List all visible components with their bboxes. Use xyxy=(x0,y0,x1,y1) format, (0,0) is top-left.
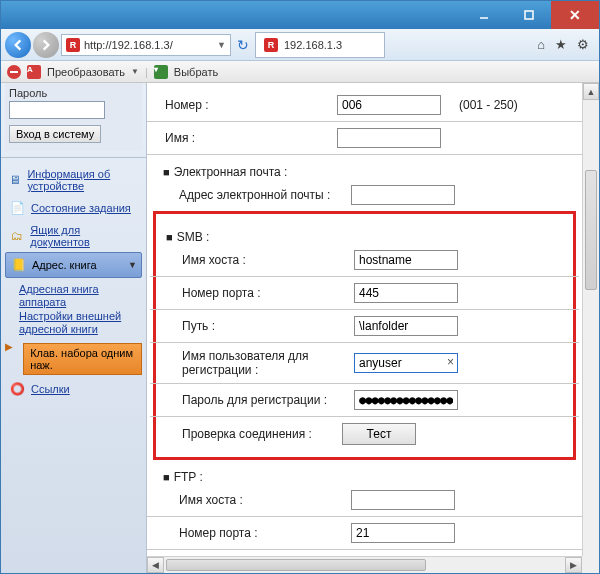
smb-port-input[interactable] xyxy=(354,283,458,303)
number-label: Номер : xyxy=(165,98,337,112)
smb-test-button[interactable]: Тест xyxy=(342,423,416,445)
browser-nav-bar: R http://192.168.1.3/ ▼ ↻ R 192.168.1.3 … xyxy=(1,29,599,61)
docbox-icon: 🗂 xyxy=(9,228,24,244)
email-label: Адрес электронной почты : xyxy=(179,188,351,202)
address-dropdown-icon[interactable]: ▼ xyxy=(217,40,226,50)
password-input[interactable] xyxy=(9,101,105,119)
name-input[interactable] xyxy=(337,128,441,148)
collapse-icon[interactable]: ▼ xyxy=(128,260,137,270)
sublink-onetouch-current[interactable]: Клав. набора одним наж. xyxy=(23,343,142,375)
browser-tab[interactable]: R 192.168.1.3 xyxy=(255,32,385,58)
sidebar-item-label: Состояние задания xyxy=(31,202,131,214)
login-button[interactable]: Вход в систему xyxy=(9,125,101,143)
window-minimize-button[interactable] xyxy=(461,1,506,29)
expand-icon[interactable]: ■ xyxy=(163,166,170,178)
favorites-icon[interactable]: ★ xyxy=(555,37,567,52)
sidebar-item-label: Ящик для документов xyxy=(30,224,138,248)
convert-dropdown-icon[interactable]: ▼ xyxy=(131,67,139,76)
number-hint: (001 - 250) xyxy=(459,98,518,112)
sidebar-item-label: Адрес. книга xyxy=(32,259,97,271)
scroll-thumb-v[interactable] xyxy=(585,170,597,290)
convert-label[interactable]: Преобразовать xyxy=(47,66,125,78)
select-label[interactable]: Выбрать xyxy=(174,66,218,78)
smb-user-input[interactable] xyxy=(354,353,458,373)
horizontal-scrollbar[interactable]: ◀ ▶ xyxy=(147,556,582,573)
sidebar-item-label: Информация об устройстве xyxy=(27,168,138,192)
content-pane: Номер : (001 - 250) Имя : ■ Электронная … xyxy=(147,83,599,573)
expand-icon[interactable]: ■ xyxy=(166,231,173,243)
smb-path-input[interactable] xyxy=(354,316,458,336)
smb-section-header: ■ SMB : xyxy=(166,230,567,244)
email-section-header: ■ Электронная почта : xyxy=(163,165,570,179)
scroll-up-button[interactable]: ▲ xyxy=(583,83,599,100)
address-bar[interactable]: R http://192.168.1.3/ ▼ xyxy=(61,34,231,56)
login-block: Пароль Вход в систему xyxy=(5,83,142,151)
email-input[interactable] xyxy=(351,185,455,205)
ftp-port-input[interactable] xyxy=(351,523,455,543)
expand-icon[interactable]: ■ xyxy=(163,471,170,483)
site-favicon: R xyxy=(66,38,80,52)
refresh-icon[interactable]: ↻ xyxy=(237,37,249,53)
svg-rect-1 xyxy=(525,11,533,19)
status-icon: 📄 xyxy=(9,200,25,216)
sidebar-item-label: Ссылки xyxy=(31,383,70,395)
pdf-toolbar: A Преобразовать ▼ | ▾ Выбрать xyxy=(1,61,599,83)
smb-port-label: Номер порта : xyxy=(182,286,354,300)
pdf-select-icon[interactable]: ▾ xyxy=(154,65,168,79)
links-icon: ⭕ xyxy=(9,381,25,397)
ftp-hostname-label: Имя хоста : xyxy=(179,493,351,507)
sidebar-item-status[interactable]: 📄 Состояние задания xyxy=(5,196,142,220)
addressbook-icon: 📒 xyxy=(10,257,26,273)
scroll-corner xyxy=(582,556,599,573)
window-close-button[interactable]: ✕ xyxy=(551,1,599,29)
pdf-convert-icon[interactable]: A xyxy=(27,65,41,79)
nav-back-button[interactable] xyxy=(5,32,31,58)
smb-test-label: Проверка соединения : xyxy=(182,427,342,441)
main-area: Пароль Вход в систему 🖥 Информация об ус… xyxy=(1,83,599,573)
sidebar-item-docbox[interactable]: 🗂 Ящик для документов xyxy=(5,220,142,252)
sidebar-item-links[interactable]: ⭕ Ссылки xyxy=(5,377,142,401)
scroll-right-button[interactable]: ▶ xyxy=(565,557,582,573)
sublink-device-addressbook[interactable]: Адресная книга аппарата xyxy=(19,283,142,309)
window-titlebar: ✕ xyxy=(1,1,599,29)
ftp-section-header: ■ FTP : xyxy=(163,470,570,484)
ftp-hostname-input[interactable] xyxy=(351,490,455,510)
vertical-scrollbar[interactable]: ▲ ▼ xyxy=(582,83,599,573)
address-url: http://192.168.1.3/ xyxy=(84,39,173,51)
home-icon[interactable]: ⌂ xyxy=(537,37,545,52)
tools-icon[interactable]: ⚙ xyxy=(577,37,589,52)
smb-highlight-box: ■ SMB : Имя хоста : Номер порта : Путь : xyxy=(153,211,576,460)
device-icon: 🖥 xyxy=(9,172,21,188)
smb-password-label: Пароль для регистрации : xyxy=(182,393,354,407)
smb-user-label: Имя пользователя для регистрации : xyxy=(182,349,354,377)
ftp-port-label: Номер порта : xyxy=(179,526,351,540)
smb-hostname-label: Имя хоста : xyxy=(182,253,354,267)
tab-title: 192.168.1.3 xyxy=(284,39,342,51)
sidebar-item-device[interactable]: 🖥 Информация об устройстве xyxy=(5,164,142,196)
stop-icon[interactable] xyxy=(7,65,21,79)
smb-password-input[interactable] xyxy=(354,390,458,410)
nav-forward-button[interactable] xyxy=(33,32,59,58)
number-input[interactable] xyxy=(337,95,441,115)
window-maximize-button[interactable] xyxy=(506,1,551,29)
smb-path-label: Путь : xyxy=(182,319,354,333)
scroll-thumb-h[interactable] xyxy=(166,559,426,571)
current-marker-icon: ▶ xyxy=(5,341,13,352)
tab-favicon: R xyxy=(264,38,278,52)
scroll-left-button[interactable]: ◀ xyxy=(147,557,164,573)
sublink-external-addressbook[interactable]: Настройки внешней адресной книги xyxy=(19,310,142,336)
sidebar: Пароль Вход в систему 🖥 Информация об ус… xyxy=(1,83,147,573)
name-label: Имя : xyxy=(165,131,337,145)
password-label: Пароль xyxy=(9,87,138,99)
smb-hostname-input[interactable] xyxy=(354,250,458,270)
sidebar-item-addressbook[interactable]: 📒 Адрес. книга ▼ xyxy=(5,252,142,278)
